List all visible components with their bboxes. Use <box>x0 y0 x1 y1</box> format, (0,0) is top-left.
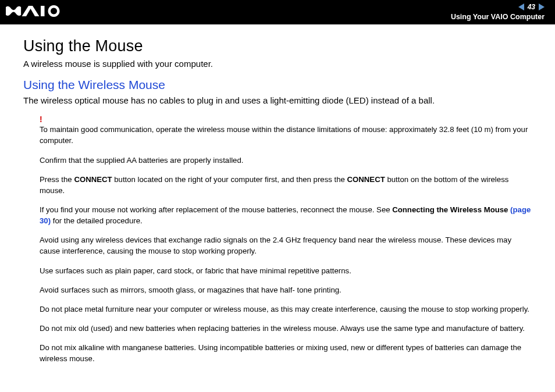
note-text: Confirm that the supplied AA batteries a… <box>40 155 532 166</box>
section-description: The wireless optical mouse has no cables… <box>23 95 532 105</box>
note-text: To maintain good communication, operate … <box>40 124 532 146</box>
note-text: Do not mix alkaline with manganese batte… <box>40 342 532 364</box>
page-navigator: 43 <box>451 2 545 12</box>
note-text: If you find your mouse not working after… <box>40 204 532 226</box>
breadcrumb: Using Your VAIO Computer <box>451 12 545 23</box>
section-subtitle: Using the Wireless Mouse <box>23 78 532 92</box>
svg-rect-0 <box>41 6 45 16</box>
header-right: 43 Using Your VAIO Computer <box>451 2 545 22</box>
exclamation-icon: ! <box>40 113 532 125</box>
note-text: Avoid surfaces such as mirrors, smooth g… <box>40 284 532 295</box>
page-content: Using the Mouse A wireless mouse is supp… <box>0 24 555 384</box>
page-title: Using the Mouse <box>23 37 532 55</box>
header-bar: 43 Using Your VAIO Computer <box>0 0 555 24</box>
note-text: Press the CONNECT button located on the … <box>40 174 532 196</box>
note-text: Avoid using any wireless devices that ex… <box>40 234 532 256</box>
prev-page-icon[interactable] <box>518 3 524 10</box>
note-text: Use surfaces such as plain paper, card s… <box>40 265 532 276</box>
intro-text: A wireless mouse is supplied with your c… <box>23 59 532 69</box>
page-number: 43 <box>526 2 536 12</box>
vaio-logo <box>6 5 70 19</box>
note-text: Do not place metal furniture near your c… <box>40 304 532 315</box>
next-page-icon[interactable] <box>539 3 545 10</box>
note-text: Do not mix old (used) and new batteries … <box>40 323 532 334</box>
notes-block: ! To maintain good communication, operat… <box>23 113 532 364</box>
